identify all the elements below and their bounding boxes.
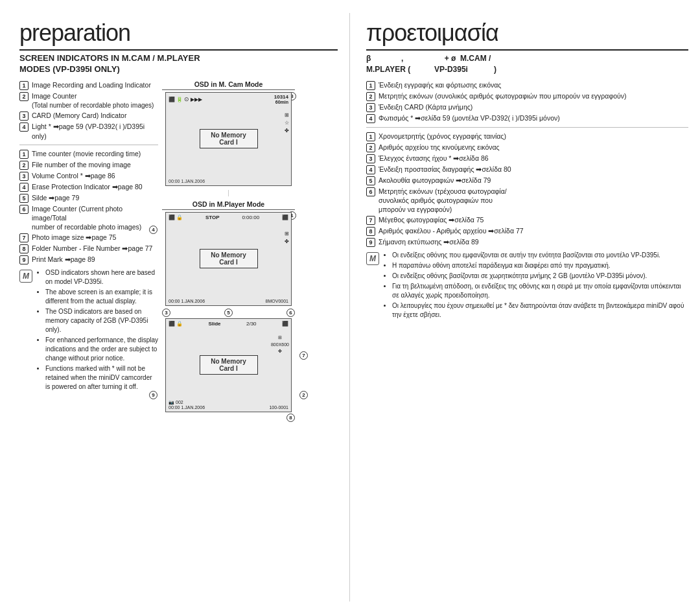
cam-screen: ⬛ 🔋 ⊙ ▶▶▶ 10314 60min: [165, 92, 292, 186]
osd-cam: OSD in M. Cam Mode 1 2 3 ⬛: [162, 80, 295, 186]
indicator-text: Erase Protection Indicator ➡page 80: [32, 182, 158, 191]
indicator-text: Photo image size ➡page 75: [32, 233, 158, 242]
note-item: OSD indicators shown here are based on m…: [45, 268, 158, 286]
gr-num-s2-9: 9: [366, 238, 375, 247]
note-item: For enhanced performance, the display in…: [45, 336, 158, 363]
gr-num-s2-3: 3: [366, 154, 375, 163]
gr-indicator-text: Μετρητής εικόνων (τρέχουσα φωτογραφία/συ…: [379, 187, 688, 215]
gr-indicator-item: 7 Μέγεθος φωτογραφίας ➡σελίδα 75: [366, 215, 688, 225]
gr-indicator-text: Αριθμός φακέλου - Αριθμός αρχείου ➡σελίδ…: [379, 226, 688, 235]
gr-indicator-item: 5 Ακολουθία φωτογραφιών ➡σελίδα 79: [366, 176, 688, 185]
player-screen-top: ⬛ 🔒 STOP 0:00:00 ⬛ ⊞ ✤: [165, 212, 292, 306]
gr-indicator-text: Σήμανση εκτύπωσης ➡σελίδα 89: [379, 237, 688, 246]
note-item: The above screen is an example; it is di…: [45, 288, 158, 306]
left-panel: preparation SCREEN INDICATORS IN M.CAM /…: [0, 13, 350, 602]
gr-indicator-item: 3 Ένδειξη CARD (Κάρτα μνήμης): [366, 102, 688, 112]
indicator-text: Image Recording and Loading Indicator: [32, 80, 158, 89]
gr-indicator-text: Ένδειξη CARD (Κάρτα μνήμης): [379, 102, 688, 111]
indicator-item: 3 Volume Control * ➡page 86: [19, 171, 158, 181]
indicator-item: 1 Time counter (movie recording time): [19, 149, 158, 159]
num-badge-3: 3: [19, 111, 29, 121]
indicator-text: Image Counter(Total number of recordable…: [32, 91, 158, 110]
no-memory-p2: No Memory Card I: [200, 355, 258, 375]
player-screen-bottom: ⬛ 🔒 Slide 2/30 ⬛ ⊞ 800X600: [165, 318, 292, 412]
indicator-text: Folder Number - File Number ➡page 77: [32, 244, 158, 253]
gr-indicator-item: 4 Φωτισμός * ➡σελίδα 59 (μοντέλα VP-D392…: [366, 113, 688, 123]
left-indicators: 1 Image Recording and Loading Indicator …: [19, 80, 162, 422]
gr-num-s2-8: 8: [366, 227, 375, 236]
num-badge-s2-8: 8: [19, 244, 29, 253]
callout-p7: 7: [299, 351, 308, 360]
indicator-item: 9 Print Mark ➡page 89: [19, 255, 158, 264]
callout-p3: 3: [162, 309, 170, 317]
gr-indicator-item: 9 Σήμανση εκτύπωσης ➡σελίδα 89: [366, 237, 688, 247]
gr-note-item: Οι ενδείξεις οθόνης που εμφανίζονται σε …: [392, 251, 688, 260]
gr-note-item: Οι ενδείξεις οθόνης βασίζονται σε χωρητι…: [392, 272, 688, 281]
num-badge-s2-3: 3: [19, 172, 29, 181]
gr-num-s2-1: 1: [366, 132, 375, 141]
indicator-item: 4 Erase Protection Indicator ➡page 80: [19, 182, 158, 192]
callout-p5: 5: [224, 309, 233, 317]
indicator-text: CARD (Memory Card) Indicator: [32, 111, 158, 120]
gr-indicator-item: 3 Έλεγχος έντασης ήχου * ➡σελίδα 86: [366, 154, 688, 163]
title-en: preparation: [19, 19, 338, 51]
title-gr: προετοιμασία: [366, 19, 688, 51]
section1: 1 Image Recording and Loading Indicator …: [19, 80, 158, 141]
note-item: The OSD indicators are based on memory c…: [45, 307, 158, 334]
gr-indicator-text: Ακολουθία φωτογραφιών ➡σελίδα 79: [379, 176, 688, 185]
num-badge-4: 4: [19, 123, 29, 132]
indicator-item: 4 Light * ➡page 59 (VP-D392( i )/D395i o…: [19, 122, 158, 140]
num-badge-2: 2: [19, 92, 29, 101]
gr-indicator-item: 1 Χρονομετρητής (χρόνος εγγραφής ταινίας…: [366, 132, 688, 141]
indicator-item: 2 Image Counter(Total number of recordab…: [19, 91, 158, 110]
gr-indicator-text: Ένδειξη εγγραφής και φόρτωσης εικόνας: [379, 80, 688, 89]
callout-p2: 2: [299, 391, 308, 399]
gr-note-icon: M: [366, 252, 379, 265]
right-panel: προετοιμασία β , + ø M.CAM / M.PLAYER ( …: [350, 13, 700, 602]
indicator-text: Silde ➡page 79: [32, 193, 158, 202]
page-container: preparation SCREEN INDICATORS IN M.CAM /…: [0, 0, 700, 608]
indicator-text: Light * ➡page 59 (VP-D392( i )/D395i onl…: [32, 122, 158, 140]
mid-callouts: 3 5 6: [162, 309, 295, 318]
gr-indicator-text: Ένδειξη προστασίας διαγραφής ➡σελίδα 80: [379, 165, 688, 174]
num-badge-s2-1: 1: [19, 150, 29, 159]
gr-note-box: M Οι ενδείξεις οθόνης που εμφανίζονται σ…: [366, 251, 688, 321]
gr-section2: 1 Χρονομετρητής (χρόνος εγγραφής ταινίας…: [366, 132, 688, 248]
num-badge-s2-6: 6: [19, 205, 29, 214]
gr-section1: 1 Ένδειξη εγγραφής και φόρτωσης εικόνας …: [366, 80, 688, 123]
osd-diagrams: OSD in M. Cam Mode 1 2 3 ⬛: [162, 80, 295, 422]
gr-indicator-item: 2 Αριθμός αρχείου της κινούμενης εικόνας: [366, 143, 688, 152]
gr-num-s2-5: 5: [366, 176, 375, 185]
indicator-item: 6 Image Counter (Current photo image/Tot…: [19, 204, 158, 232]
indicator-text: File number of the moving image: [32, 160, 158, 169]
note-item: Functions marked with * will not be reta…: [45, 364, 158, 392]
gr-indicator-item: 1 Ένδειξη εγγραφής και φόρτωσης εικόνας: [366, 80, 688, 90]
num-badge-1: 1: [19, 81, 29, 90]
gr-num-s2-4: 4: [366, 165, 375, 174]
gr-note-item: Η παραπάνω οθόνη αποτελεί παράδειγμα και…: [392, 261, 688, 270]
indicator-item: 1 Image Recording and Loading Indicator: [19, 80, 158, 90]
subtitle-gr: β , + ø M.CAM / M.PLAYER ( VP-D395i ): [366, 53, 688, 75]
gr-indicator-text: Αριθμός αρχείου της κινούμενης εικόνας: [379, 143, 688, 152]
gr-indicator-text: Μέγεθος φωτογραφίας ➡σελίδα 75: [379, 215, 688, 224]
num-badge-s2-7: 7: [19, 233, 29, 242]
note-icon: M: [19, 270, 32, 283]
gr-note-content: Οι ενδείξεις οθόνης που εμφανίζονται σε …: [383, 251, 688, 321]
gr-num-s2-6: 6: [366, 187, 375, 196]
note-box: M OSD indicators shown here are based on…: [19, 268, 158, 393]
gr-num-badge-1: 1: [366, 81, 375, 90]
gr-indicator-text: Φωτισμός * ➡σελίδα 59 (μοντέλα VP-D392( …: [379, 113, 688, 123]
num-badge-s2-4: 4: [19, 183, 29, 192]
gr-indicator-item: 6 Μετρητής εικόνων (τρέχουσα φωτογραφία/…: [366, 187, 688, 215]
gr-note-item: Οι λειτουργίες που έχουν σημειωθεί με * …: [392, 301, 688, 320]
indicator-item: 3 CARD (Memory Card) Indicator: [19, 111, 158, 121]
gr-num-badge-2: 2: [366, 92, 375, 101]
subtitle-en: SCREEN INDICATORS IN M.CAM / M.PLAYER MO…: [19, 53, 338, 75]
gr-indicator-item: 8 Αριθμός φακέλου - Αριθμός αρχείου ➡σελ…: [366, 226, 688, 236]
indicator-text: Time counter (movie recording time): [32, 149, 158, 158]
gr-indicator-text: Έλεγχος έντασης ήχου * ➡σελίδα 86: [379, 154, 688, 163]
gr-note-item: Για τη βελτιωμένη απόδοση, οι ενδείξεις …: [392, 282, 688, 300]
osd-player-label: OSD in M.Player Mode: [162, 200, 295, 210]
num-badge-s2-5: 5: [19, 194, 29, 203]
no-memory-cam: No Memory Card I: [200, 129, 258, 148]
